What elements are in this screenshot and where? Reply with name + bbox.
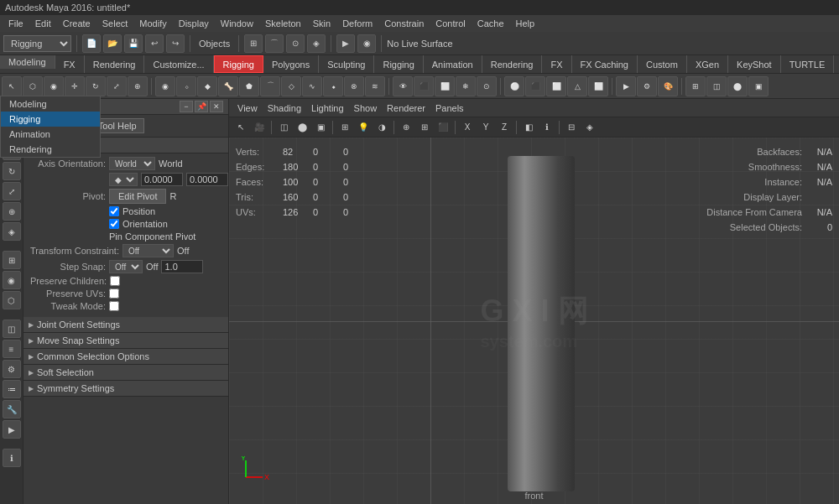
tab-fx2[interactable]: FX [542, 55, 571, 73]
viewport-canvas[interactable]: G X I 网 system.com Verts: 82 0 0 Edges: … [229, 138, 839, 504]
ungroup-btn[interactable]: ⬜ [435, 76, 455, 96]
bend-btn[interactable]: ⌒ [260, 76, 280, 96]
symmetry-settings-header[interactable]: ▶ Symmetry Settings [23, 381, 228, 397]
snap-to-grid-btn[interactable]: ⊞ [3, 251, 21, 269]
edit-pivot-btn[interactable]: Edit Pivot [109, 189, 166, 204]
new-scene-btn[interactable]: 📄 [82, 34, 101, 53]
squash-btn[interactable]: ⬥ [323, 76, 343, 96]
tool-settings-pin-btn[interactable]: 📌 [195, 101, 208, 112]
rotate-tool-btn[interactable]: ↻ [86, 76, 106, 96]
menu-file[interactable]: File [3, 18, 29, 29]
redo-btn[interactable]: ↪ [166, 34, 185, 53]
textured-btn[interactable]: ▣ [748, 76, 769, 96]
universal-left-btn[interactable]: ⊕ [3, 202, 21, 221]
menu-window[interactable]: Window [216, 18, 258, 29]
tab-modeling-dropdown[interactable]: Modeling [0, 55, 55, 69]
outliner-btn[interactable]: ≡ [3, 340, 21, 358]
tab-rendering[interactable]: Rendering [482, 55, 543, 73]
menu-select[interactable]: Select [97, 18, 133, 29]
snap-curve-btn[interactable]: ⌒ [265, 34, 284, 53]
hypershade-btn[interactable]: 🎨 [658, 76, 678, 96]
soft-mod-btn[interactable]: ◉ [155, 76, 175, 96]
tab-rendering-m[interactable]: Rendering [85, 55, 145, 73]
tab-custom[interactable]: Custom [638, 55, 687, 73]
menu-help[interactable]: Help [511, 18, 540, 29]
vp-hud-btn[interactable]: ℹ [539, 120, 555, 135]
grid-btn[interactable]: ⊞ [685, 76, 706, 96]
tool-settings-btn[interactable]: 🔧 [3, 400, 21, 418]
lasso-tool-btn[interactable]: ⬡ [23, 76, 43, 96]
render-btn[interactable]: ▶ [336, 34, 355, 53]
menu-create[interactable]: Create [58, 18, 96, 29]
rotate-left-btn[interactable]: ↻ [3, 162, 21, 180]
poly-cube-btn[interactable]: ⬛ [525, 76, 545, 96]
tab-sculpting[interactable]: Sculpting [319, 55, 374, 73]
menu-constrain[interactable]: Constrain [379, 18, 429, 29]
poly-cyl-btn[interactable]: ⬜ [546, 76, 566, 96]
tab-xgen[interactable]: XGen [687, 55, 728, 73]
vp-frame-all-btn[interactable]: ⊞ [416, 120, 433, 135]
vp-smooth-btn[interactable]: ⬤ [294, 120, 310, 135]
render-settings-btn[interactable]: ⚙ [637, 76, 657, 96]
joint-orient-header[interactable]: ▶ Joint Orient Settings [23, 317, 228, 333]
menu-skin[interactable]: Skin [308, 18, 336, 29]
ipr-btn[interactable]: ◉ [357, 34, 376, 53]
joint-btn[interactable]: ◆ [197, 76, 217, 96]
vp-select-btn[interactable]: ↖ [232, 120, 249, 135]
menu-skeleton[interactable]: Skeleton [260, 18, 306, 29]
render-view-btn[interactable]: ▶ [616, 76, 636, 96]
dropdown-rigging[interactable]: Rigging [1, 112, 100, 127]
wireframe-btn[interactable]: ◫ [706, 76, 727, 96]
snap-grid-btn[interactable]: ⊞ [244, 34, 263, 53]
vp-camera-btn[interactable]: 🎥 [251, 120, 268, 135]
vp-lighting-btn[interactable]: 💡 [355, 120, 372, 135]
show-manip-btn[interactable]: ◈ [3, 222, 21, 241]
value1-input[interactable] [141, 173, 183, 186]
poly-plane-btn[interactable]: ⬜ [588, 76, 608, 96]
paint-sel-btn[interactable]: ◉ [44, 76, 64, 96]
menu-cache[interactable]: Cache [472, 18, 509, 29]
orientation-checkbox[interactable] [109, 219, 119, 229]
transform-constraint-dropdown[interactable]: Off Edge Surface [122, 244, 174, 257]
select-tool-btn[interactable]: ↖ [2, 76, 22, 96]
value2-input[interactable] [186, 173, 228, 186]
vp-stereo-btn[interactable]: ◈ [581, 120, 598, 135]
channel-box-btn[interactable]: ≔ [3, 380, 21, 398]
vp-snap-z-btn[interactable]: Z [496, 120, 513, 135]
soft-select-btn[interactable]: ◉ [3, 271, 21, 289]
menu-modify[interactable]: Modify [134, 18, 171, 29]
vp-frame-sel-btn[interactable]: ⬛ [435, 120, 451, 135]
vp-xray-btn[interactable]: ◧ [520, 120, 537, 135]
status-line-btn[interactable]: ℹ [3, 449, 21, 467]
save-btn[interactable]: 💾 [124, 34, 143, 53]
menu-display[interactable]: Display [174, 18, 214, 29]
undo-btn[interactable]: ↩ [145, 34, 164, 53]
tab-rigging[interactable]: Rigging [374, 55, 423, 73]
tab-turtle[interactable]: TURTLE [781, 55, 835, 73]
dropdown-modeling[interactable]: Modeling [1, 96, 100, 112]
vp-menu-shading[interactable]: Shading [264, 103, 305, 113]
freeze-btn[interactable]: ❄ [456, 76, 476, 96]
cluster-btn[interactable]: ⬟ [239, 76, 259, 96]
group-btn[interactable]: ⬛ [414, 76, 434, 96]
render-view-left-btn[interactable]: ▶ [3, 420, 21, 439]
tab-customize[interactable]: Customize... [144, 55, 213, 73]
preserve-uvs-checkbox[interactable] [109, 288, 119, 299]
vp-grid-btn[interactable]: ⊞ [336, 120, 353, 135]
vp-snap-y-btn[interactable]: Y [477, 120, 494, 135]
common-selection-header[interactable]: ▶ Common Selection Options [23, 349, 228, 365]
poly-cone-btn[interactable]: △ [567, 76, 587, 96]
move-tool-btn[interactable]: ✛ [65, 76, 85, 96]
vp-menu-view[interactable]: View [234, 103, 261, 113]
position-checkbox[interactable] [109, 206, 119, 216]
poly-sphere-btn[interactable]: ⚪ [504, 76, 524, 96]
center-pivot-btn[interactable]: ⊙ [477, 76, 497, 96]
tab-fx-caching[interactable]: FX Caching [572, 55, 638, 73]
make-live-btn[interactable]: ⬡ [3, 291, 21, 309]
tab-keyshot[interactable]: KeyShot [728, 55, 781, 73]
smooth-shade-btn[interactable]: ⬤ [727, 76, 748, 96]
axis-orientation-dropdown[interactable]: World Object Local [109, 157, 155, 170]
vp-camera-layout-btn[interactable]: ⊟ [563, 120, 580, 135]
vp-shadow-btn[interactable]: ◑ [373, 120, 390, 135]
tab-animation[interactable]: Animation [424, 55, 482, 73]
